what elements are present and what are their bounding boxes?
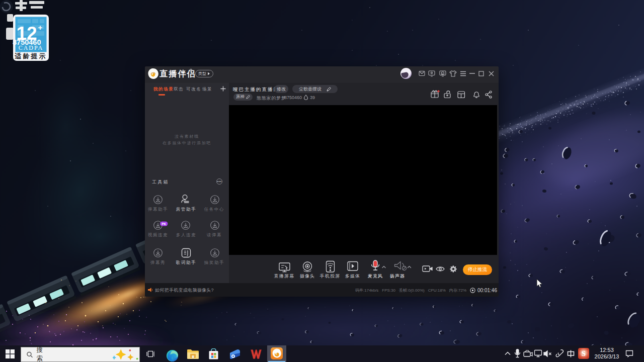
svg-text:CADPA: CADPA	[19, 44, 44, 51]
svg-text:适龄提示: 适龄提示	[15, 52, 47, 60]
svg-text:+: +	[38, 23, 43, 32]
svg-text:PK: PK	[162, 222, 166, 226]
